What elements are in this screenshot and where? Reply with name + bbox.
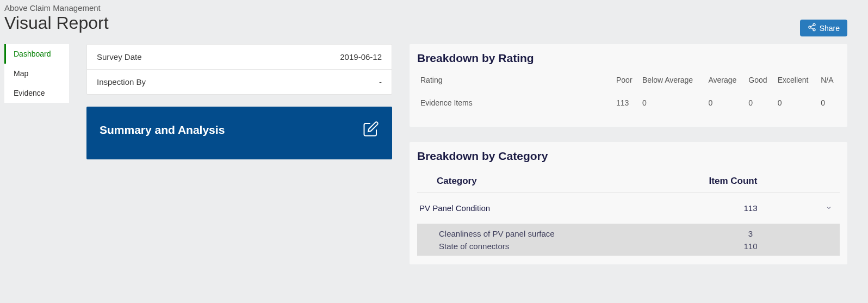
inspection-by-label: Inspection By <box>97 77 146 86</box>
svg-point-0 <box>813 23 815 26</box>
rating-col-na: N/A <box>817 72 840 95</box>
evidence-val-na: 0 <box>817 95 840 118</box>
category-sub-rows: Cleanliness of PV panel surface 3 State … <box>417 224 840 256</box>
svg-point-2 <box>813 29 815 31</box>
edit-icon[interactable] <box>363 121 379 139</box>
share-label: Share <box>820 24 840 33</box>
survey-date-value: 2019-06-12 <box>340 52 382 61</box>
info-row-inspection-by: Inspection By - <box>87 70 392 94</box>
header-left: Above Claim Management Visual Report <box>4 3 109 33</box>
rating-col-good: Good <box>745 72 774 95</box>
svg-line-3 <box>810 25 813 27</box>
share-button[interactable]: Share <box>800 20 847 36</box>
breakdown-rating-title: Breakdown by Rating <box>417 52 840 65</box>
chevron-down-icon[interactable] <box>805 203 838 213</box>
rating-values-row: Evidence Items 113 0 0 0 0 0 <box>417 95 840 118</box>
evidence-val-average: 0 <box>705 95 745 118</box>
rating-col-average: Average <box>705 72 745 95</box>
category-col-header: Category <box>437 176 679 187</box>
center-column: Survey Date 2019-06-12 Inspection By - S… <box>86 44 392 159</box>
category-header-row: Category Item Count <box>417 170 840 193</box>
info-panel: Survey Date 2019-06-12 Inspection By - <box>86 44 392 95</box>
sidebar-item-evidence[interactable]: Evidence <box>4 83 69 103</box>
sub-row-count: 110 <box>696 242 805 251</box>
rating-col-excellent: Excellent <box>774 72 817 95</box>
evidence-val-excellent: 0 <box>774 95 817 118</box>
breakdown-by-rating: Breakdown by Rating Rating Poor Below Av… <box>410 44 847 127</box>
rating-header-row: Rating Poor Below Average Average Good E… <box>417 72 840 95</box>
share-icon <box>808 23 816 33</box>
page-header: Above Claim Management Visual Report Sha… <box>0 0 868 36</box>
breadcrumb[interactable]: Above Claim Management <box>4 3 109 13</box>
svg-point-1 <box>809 26 811 28</box>
rating-col-below-average: Below Average <box>639 72 705 95</box>
breakdown-category-title: Breakdown by Category <box>417 150 840 163</box>
rating-table: Rating Poor Below Average Average Good E… <box>417 72 840 118</box>
inspection-by-value: - <box>379 77 382 86</box>
sidebar-item-dashboard[interactable]: Dashboard <box>4 44 69 64</box>
page-title: Visual Report <box>4 13 109 33</box>
evidence-val-poor: 113 <box>613 95 639 118</box>
sidebar: Dashboard Map Evidence <box>4 44 69 103</box>
sub-row-name: Cleanliness of PV panel surface <box>439 229 696 238</box>
evidence-val-good: 0 <box>745 95 774 118</box>
summary-card: Summary and Analysis <box>86 107 392 159</box>
svg-line-4 <box>810 28 813 29</box>
sidebar-item-map[interactable]: Map <box>4 64 69 83</box>
main-layout: Dashboard Map Evidence Survey Date 2019-… <box>0 36 868 264</box>
evidence-items-label: Evidence Items <box>417 95 613 118</box>
sub-row-connectors[interactable]: State of connectors 110 <box>417 240 840 252</box>
evidence-val-below-average: 0 <box>639 95 705 118</box>
breakdown-by-category: Breakdown by Category Category Item Coun… <box>410 142 847 264</box>
sub-row-cleanliness[interactable]: Cleanliness of PV panel surface 3 <box>417 227 840 240</box>
rating-col-poor: Poor <box>613 72 639 95</box>
category-row-pv-panel[interactable]: PV Panel Condition 113 <box>417 193 840 224</box>
category-name: PV Panel Condition <box>419 203 696 213</box>
sub-row-name: State of connectors <box>439 242 696 251</box>
info-row-survey-date: Survey Date 2019-06-12 <box>87 45 392 70</box>
sub-row-count: 3 <box>696 229 805 238</box>
category-toggle-col <box>788 176 820 187</box>
category-count: 113 <box>696 203 805 213</box>
rating-row-label: Rating <box>417 72 613 95</box>
right-column: Breakdown by Rating Rating Poor Below Av… <box>410 44 864 264</box>
survey-date-label: Survey Date <box>97 52 142 61</box>
summary-title: Summary and Analysis <box>100 123 225 137</box>
item-count-col-header: Item Count <box>679 176 788 187</box>
